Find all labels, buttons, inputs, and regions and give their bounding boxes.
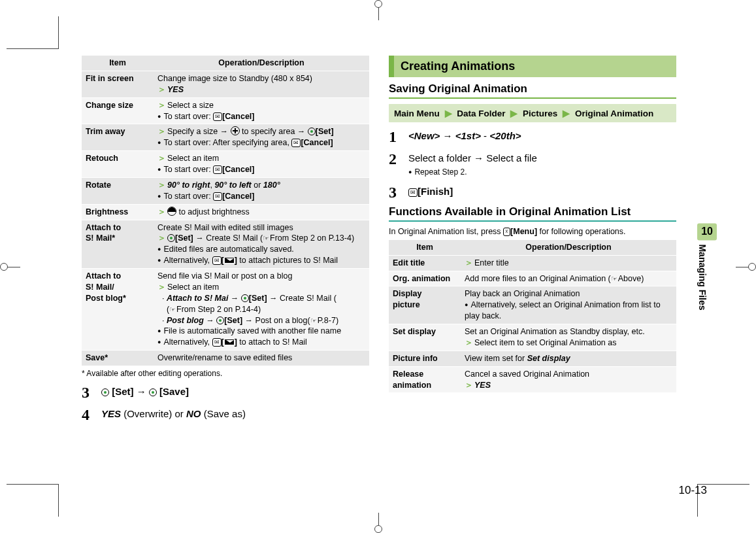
crop-mark — [374, 0, 382, 8]
menu-path: Main Menu ▶ Data Folder ▶ Pictures ▶ Ori… — [389, 104, 676, 122]
operations-table-left: Item Operation/Description Fit in screen… — [82, 56, 369, 366]
dpad-icon — [231, 126, 240, 135]
row-item: Set display — [389, 324, 461, 351]
camera-key-icon: ☓ — [503, 228, 510, 236]
menu-segment: Pictures — [523, 109, 557, 118]
text: [Menu] — [510, 227, 537, 236]
row-item: Picture info — [389, 351, 461, 366]
crop-mark — [7, 484, 59, 517]
text: Add more files to an Original Animation … — [465, 274, 611, 283]
text: [Set] — [224, 316, 242, 325]
step-1: 1 <New> → <1st> - <20th> — [389, 129, 676, 145]
text: Alternatively, — [163, 337, 212, 347]
table-row: Save* Overwrite/rename to save edited fi… — [82, 351, 369, 366]
text: [Set] — [249, 294, 267, 303]
table-row: Set display Set an Original Animation as… — [389, 324, 676, 351]
row-desc: Create S! Mail with edited still images … — [154, 220, 369, 269]
table-row: Retouch ＞Select an item To start over: ✉… — [82, 151, 369, 178]
mail-key-icon: ✉ — [291, 139, 301, 147]
text: → Create S! Mail ( — [267, 294, 337, 303]
text: Post blog — [167, 316, 204, 325]
menu-segment: Data Folder — [457, 109, 505, 118]
row-item: Org. animation — [389, 271, 461, 286]
row-desc: ＞ to adjust brightness — [154, 204, 369, 220]
text: Cancel a saved Original Animation — [465, 370, 589, 379]
row-item: Retouch — [82, 151, 154, 178]
path-arrow-icon: ▶ — [508, 109, 520, 118]
step-number: 1 — [389, 129, 402, 145]
text: → Post on a blog( — [242, 316, 310, 325]
text: Send file via S! Mail or post on a blog — [157, 271, 292, 281]
chevron-icon: ＞ — [157, 233, 167, 243]
text: From Step 2 on P.14-4) — [176, 305, 261, 314]
crop-mark — [7, 16, 59, 49]
subheading: Functions Available in Original Animatio… — [389, 205, 676, 222]
table-row: Picture info View item set for Set displ… — [389, 351, 676, 366]
text: Play back an Original Animation — [465, 289, 580, 298]
row-desc: ＞Select an item To start over: ✉[Cancel] — [154, 151, 369, 178]
row-item: Edit title — [389, 255, 461, 271]
chevron-icon: ＞ — [157, 207, 167, 216]
chevron-icon: ＞ — [465, 338, 474, 347]
mail-icon — [224, 339, 235, 345]
text: Specify a size → — [167, 127, 231, 136]
text: NO — [186, 408, 201, 419]
center-key-icon — [149, 388, 157, 396]
path-arrow-icon: ▶ — [560, 109, 572, 118]
chevron-icon: ＞ — [465, 381, 474, 390]
text: Select an item — [167, 154, 219, 163]
step-body: [Set] → [Save] — [101, 385, 369, 398]
center-key-icon — [216, 317, 224, 324]
row-desc: Send file via S! Mail or post on a blog … — [154, 269, 369, 351]
text: Alternatively, select an Original Animat… — [465, 300, 661, 320]
table-row: Org. animation Add more files to an Orig… — [389, 271, 676, 286]
step-number: 3 — [82, 385, 95, 400]
table-row: Rotate ＞90° to right, 90° to left or 180… — [82, 177, 369, 204]
mail-key-icon: ✉ — [213, 192, 222, 201]
row-desc: ＞Enter title — [461, 255, 676, 271]
text: File is automatically saved with another… — [163, 326, 341, 335]
text: Alternatively, — [163, 256, 212, 265]
text: <20th> — [489, 130, 521, 141]
chevron-icon: ＞ — [157, 154, 167, 163]
chapter-tab: 10 Managing Files — [697, 223, 717, 310]
mail-key-icon: ✉ — [212, 338, 222, 347]
text: for following operations. — [537, 227, 626, 236]
mail-icon — [224, 257, 235, 264]
text: Set display — [527, 354, 570, 363]
table-row: Attach toS! Mail* Create S! Mail with ed… — [82, 220, 369, 269]
text: Repeat Step 2. — [414, 167, 467, 177]
mail-key-icon: ✉ — [213, 165, 222, 174]
row-item: Releaseanimation — [389, 366, 461, 393]
text: Attach to S! Mai — [167, 294, 228, 303]
text: [Cancel] — [222, 112, 254, 121]
row-item: Rotate — [82, 177, 154, 204]
text: View item set for — [465, 354, 527, 363]
text: Above) — [618, 274, 644, 283]
table-row: Displaypicture Play back an Original Ani… — [389, 286, 676, 324]
step-4: 4 YES (Overwrite) or NO (Save as) — [82, 407, 369, 422]
text: Enter title — [474, 258, 509, 267]
page-number: 10-13 — [679, 484, 707, 497]
subheading: Saving Original Animation — [389, 82, 676, 99]
row-desc: Overwrite/rename to save edited files — [154, 351, 369, 366]
center-key-icon — [167, 234, 175, 242]
row-item: Attach toS! Mail* — [82, 220, 154, 269]
table-row: Change size ＞Select a size To start over… — [82, 97, 369, 124]
text: [Set] — [175, 233, 193, 243]
mail-key-icon: ✉ — [212, 256, 222, 265]
chapter-label: Managing Files — [697, 244, 708, 310]
chevron-icon: ＞ — [157, 127, 167, 136]
chevron-icon: ＞ — [157, 101, 167, 110]
table-row: Edit title ＞Enter title — [389, 255, 676, 271]
text: to attach to S! Mail — [237, 337, 307, 347]
dial-icon — [167, 207, 176, 216]
th-op: Operation/Description — [154, 56, 369, 71]
step-number: 3 — [389, 184, 402, 200]
row-item: Save* — [82, 351, 154, 366]
reference-icon — [310, 316, 318, 325]
chevron-icon: ＞ — [465, 258, 474, 267]
text: [Set] — [112, 386, 133, 397]
text: [Save] — [159, 386, 189, 397]
text: 90° to right — [167, 181, 210, 190]
